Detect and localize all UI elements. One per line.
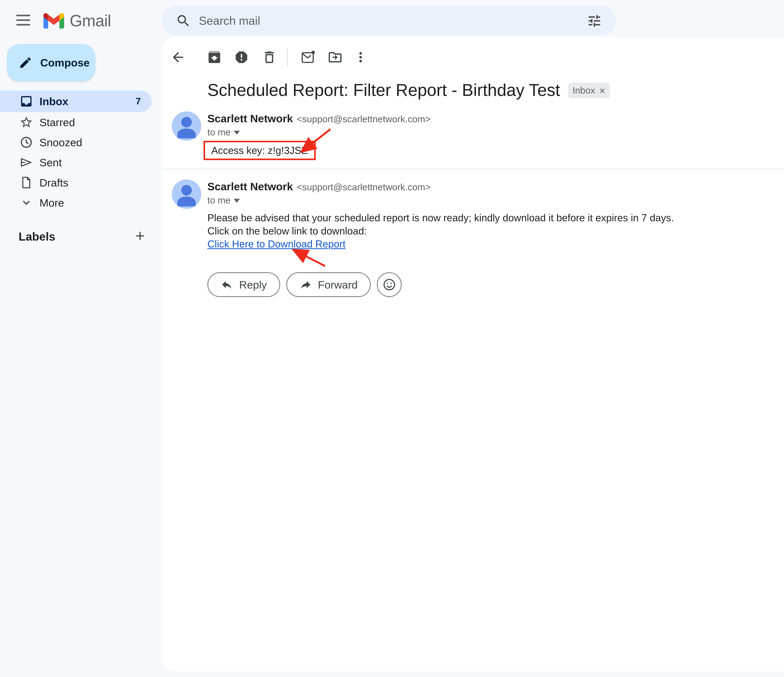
labels-header: Labels bbox=[19, 224, 55, 247]
sender-name: Scarlett Network bbox=[207, 180, 293, 193]
create-label-icon[interactable] bbox=[131, 227, 149, 245]
emoji-icon bbox=[383, 278, 397, 292]
annotation-arrows bbox=[162, 37, 784, 671]
chip-close-icon[interactable]: ✕ bbox=[599, 86, 605, 95]
pencil-icon bbox=[19, 56, 33, 70]
sender-address: <support@scarlettnetwork.com> bbox=[297, 182, 431, 193]
draft-icon bbox=[19, 175, 33, 189]
annotation-arrow-download-link bbox=[295, 251, 325, 266]
gmail-m-icon bbox=[43, 13, 64, 29]
sidebar-item-more[interactable]: More bbox=[0, 193, 152, 213]
inbox-label-chip[interactable]: Inbox ✕ bbox=[568, 83, 610, 98]
search-input[interactable] bbox=[199, 14, 579, 27]
inbox-icon bbox=[19, 94, 33, 108]
move-to-icon[interactable] bbox=[327, 50, 343, 65]
gmail-app: Gmail R Compose Inbox 7 Sta bbox=[0, 0, 784, 677]
clock-icon bbox=[19, 135, 33, 149]
search-icon[interactable] bbox=[168, 6, 199, 36]
mark-unread-icon[interactable] bbox=[300, 50, 316, 65]
sender-name: Scarlett Network bbox=[207, 112, 293, 124]
sidebar-item-inbox[interactable]: Inbox 7 bbox=[0, 90, 152, 112]
message-header: Scarlett Network <support@scarlettnetwor… bbox=[207, 180, 431, 193]
back-icon[interactable] bbox=[170, 50, 186, 65]
sidebar-item-sent[interactable]: Sent bbox=[0, 152, 152, 172]
search-options-icon[interactable] bbox=[579, 6, 610, 36]
sender-avatar[interactable] bbox=[172, 112, 201, 141]
toolbar-divider bbox=[287, 48, 288, 67]
message-header: Scarlett Network <support@scarlettnetwor… bbox=[207, 112, 431, 124]
report-spam-icon[interactable] bbox=[234, 50, 249, 65]
mail-view-panel: 2 of 73 Scheduled Report: Filter Report … bbox=[162, 37, 784, 671]
forward-button[interactable]: Forward bbox=[286, 272, 371, 297]
email-subject: Scheduled Report: Filter Report - Birthd… bbox=[207, 81, 560, 101]
star-icon bbox=[19, 115, 33, 129]
sidebar-item-snoozed[interactable]: Snoozed bbox=[0, 132, 152, 152]
forward-icon bbox=[299, 278, 312, 291]
send-icon bbox=[19, 155, 33, 169]
chevron-down-icon bbox=[19, 196, 33, 210]
gmail-logo: Gmail bbox=[43, 12, 111, 30]
access-key-text: Access key: z!g!3JSE bbox=[211, 144, 308, 156]
reply-button[interactable]: Reply bbox=[207, 272, 280, 297]
sidebar-item-starred[interactable]: Starred bbox=[0, 112, 152, 132]
sender-avatar[interactable] bbox=[172, 179, 201, 209]
reply-icon bbox=[221, 278, 233, 291]
email-body-line: Click on the below link to download: bbox=[207, 225, 367, 238]
archive-icon[interactable] bbox=[207, 50, 222, 65]
sender-address: <support@scarlettnetwork.com> bbox=[297, 114, 431, 124]
main-menu-icon[interactable] bbox=[12, 10, 34, 30]
sidebar-item-drafts[interactable]: Drafts bbox=[0, 172, 152, 193]
to-me-caret-icon bbox=[234, 199, 240, 202]
message-actions: Reply Forward bbox=[207, 272, 402, 297]
delete-icon[interactable] bbox=[261, 50, 277, 65]
download-report-link[interactable]: Click Here to Download Report bbox=[207, 238, 345, 250]
person-icon bbox=[172, 112, 201, 141]
recipient-dropdown[interactable]: to me bbox=[207, 127, 240, 138]
gmail-wordmark: Gmail bbox=[70, 12, 111, 30]
person-icon bbox=[172, 179, 201, 209]
email-body-line: Please be advised that your scheduled re… bbox=[207, 212, 674, 224]
message-divider bbox=[162, 169, 784, 169]
compose-button[interactable]: Compose bbox=[7, 44, 95, 81]
inbox-unread-count: 7 bbox=[135, 96, 141, 107]
more-vertical-icon[interactable] bbox=[353, 50, 369, 65]
to-me-caret-icon bbox=[234, 130, 240, 134]
search-bar[interactable] bbox=[162, 6, 616, 36]
access-key-highlight-box: Access key: z!g!3JSE bbox=[204, 141, 316, 160]
emoji-reaction-button[interactable] bbox=[377, 272, 402, 297]
recipient-dropdown[interactable]: to me bbox=[207, 195, 240, 206]
